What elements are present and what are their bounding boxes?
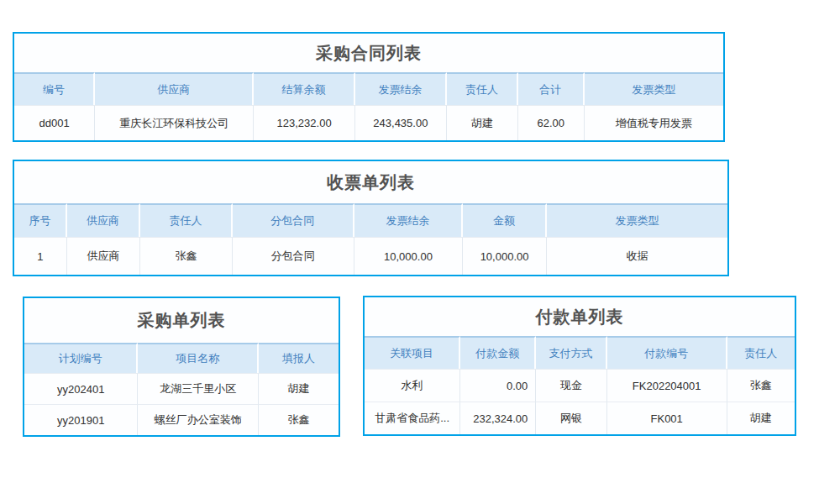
purchase-contract-title: 采购合同列表 bbox=[14, 34, 723, 72]
cell-invoice-balance: 10,000.00 bbox=[354, 237, 463, 275]
purchase-order-panel: 采购单列表 计划编号 项目名称 填报人 yy202401 龙湖三千里小区 胡建 bbox=[23, 297, 340, 437]
column-header: 关联项目 bbox=[365, 336, 460, 369]
cell-invoice-type: 增值税专用发票 bbox=[585, 105, 723, 140]
dashboard-page: 采购合同列表 编号 供应商 结算余额 发票结余 责任人 合计 发票类型 bbox=[0, 0, 840, 504]
table-row: 甘肃省食品药... 232,324.00 网银 FK001 胡建 bbox=[365, 402, 795, 434]
cell-plan-id: yy202401 bbox=[24, 373, 138, 404]
cell-related-project: 甘肃省食品药... bbox=[365, 402, 460, 434]
table-row: 水利 0.00 现金 FK202204001 张鑫 bbox=[365, 369, 795, 402]
cell-supplier: 供应商 bbox=[67, 237, 140, 275]
column-header: 分包合同 bbox=[233, 203, 354, 237]
column-header: 计划编号 bbox=[24, 343, 138, 373]
column-header: 供应商 bbox=[95, 72, 254, 105]
cell-payment-amount: 0.00 bbox=[460, 369, 536, 402]
purchase-order-table: 计划编号 项目名称 填报人 yy202401 龙湖三千里小区 胡建 yy2019… bbox=[24, 343, 339, 435]
cell-supplier: 重庆长江环保科技公司 bbox=[95, 105, 254, 140]
cell-invoice-balance: 243,435.00 bbox=[355, 105, 447, 140]
column-header: 合计 bbox=[518, 72, 584, 105]
cell-payment-method: 现金 bbox=[536, 369, 606, 402]
cell-responsible: 张鑫 bbox=[140, 237, 233, 275]
purchase-contract-table: 编号 供应商 结算余额 发票结余 责任人 合计 发票类型 dd001 重庆长江环… bbox=[14, 72, 723, 140]
column-header: 付款金额 bbox=[460, 336, 536, 369]
cell-project-name: 螺丝厂办公室装饰 bbox=[138, 404, 259, 435]
payment-table: 关联项目 付款金额 支付方式 付款编号 责任人 水利 0.00 现金 FK202… bbox=[365, 336, 795, 434]
column-header: 发票类型 bbox=[547, 203, 727, 237]
cell-filler: 张鑫 bbox=[259, 404, 339, 435]
column-header: 责任人 bbox=[447, 72, 518, 105]
cell-payment-id: FK202204001 bbox=[607, 369, 727, 402]
column-header: 发票结余 bbox=[355, 72, 447, 105]
receipt-panel: 收票单列表 序号 供应商 责任人 分包合同 发票结余 金额 发票类型 bbox=[13, 160, 729, 276]
table-row: yy201901 螺丝厂办公室装饰 张鑫 bbox=[24, 404, 339, 435]
cell-seq: 1 bbox=[14, 237, 67, 275]
cell-responsible: 胡建 bbox=[447, 105, 518, 140]
receipt-title: 收票单列表 bbox=[14, 161, 727, 203]
column-header: 发票结余 bbox=[354, 203, 463, 237]
cell-amount: 10,000.00 bbox=[463, 237, 547, 275]
column-header: 填报人 bbox=[259, 343, 339, 373]
cell-payment-method: 网银 bbox=[536, 402, 606, 434]
cell-payment-amount: 232,324.00 bbox=[460, 402, 536, 434]
cell-plan-id: yy201901 bbox=[24, 404, 138, 435]
column-header: 项目名称 bbox=[138, 343, 259, 373]
column-header: 付款编号 bbox=[607, 336, 727, 369]
cell-invoice-type: 收据 bbox=[547, 237, 727, 275]
column-header: 序号 bbox=[14, 203, 67, 237]
cell-responsible: 张鑫 bbox=[727, 369, 795, 402]
cell-subcontract: 分包合同 bbox=[233, 237, 354, 275]
cell-payment-id: FK001 bbox=[607, 402, 727, 434]
table-row: dd001 重庆长江环保科技公司 123,232.00 243,435.00 胡… bbox=[14, 105, 723, 140]
column-header: 责任人 bbox=[727, 336, 795, 369]
purchase-contract-panel: 采购合同列表 编号 供应商 结算余额 发票结余 责任人 合计 发票类型 bbox=[13, 32, 725, 142]
purchase-order-title: 采购单列表 bbox=[24, 298, 339, 343]
cell-responsible: 胡建 bbox=[727, 402, 795, 434]
table-row: yy202401 龙湖三千里小区 胡建 bbox=[24, 373, 339, 404]
cell-project-name: 龙湖三千里小区 bbox=[138, 373, 259, 404]
column-header: 责任人 bbox=[140, 203, 233, 237]
cell-related-project: 水利 bbox=[365, 369, 460, 402]
column-header: 支付方式 bbox=[536, 336, 606, 369]
header-row: 关联项目 付款金额 支付方式 付款编号 责任人 bbox=[365, 336, 795, 369]
column-header: 金额 bbox=[463, 203, 547, 237]
receipt-table: 序号 供应商 责任人 分包合同 发票结余 金额 发票类型 1 供应商 张鑫 分包… bbox=[14, 203, 727, 275]
payment-panel: 付款单列表 关联项目 付款金额 支付方式 付款编号 责任人 水利 0.00 bbox=[363, 296, 796, 436]
column-header: 编号 bbox=[14, 72, 95, 105]
cell-settlement-balance: 123,232.00 bbox=[254, 105, 355, 140]
table-row: 1 供应商 张鑫 分包合同 10,000.00 10,000.00 收据 bbox=[14, 237, 727, 275]
header-row: 计划编号 项目名称 填报人 bbox=[24, 343, 339, 373]
cell-filler: 胡建 bbox=[259, 373, 339, 404]
column-header: 结算余额 bbox=[254, 72, 355, 105]
payment-title: 付款单列表 bbox=[365, 297, 795, 336]
column-header: 发票类型 bbox=[585, 72, 723, 105]
cell-contract-id: dd001 bbox=[14, 105, 95, 140]
header-row: 序号 供应商 责任人 分包合同 发票结余 金额 发票类型 bbox=[14, 203, 727, 237]
column-header: 供应商 bbox=[67, 203, 140, 237]
cell-total: 62.00 bbox=[518, 105, 584, 140]
header-row: 编号 供应商 结算余额 发票结余 责任人 合计 发票类型 bbox=[14, 72, 723, 105]
